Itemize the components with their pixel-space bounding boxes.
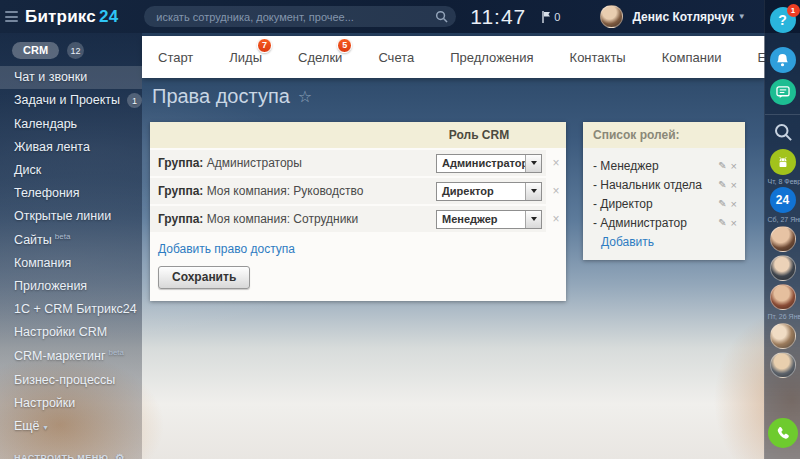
group-name: Моя компания: Сотрудники (207, 212, 359, 226)
sidebar-item-bizproc[interactable]: Бизнес-процессы (0, 369, 142, 392)
hamburger-menu-icon[interactable] (5, 11, 18, 22)
access-rights-panel: Роль CRM Группа: Администраторы Админист… (150, 122, 566, 301)
table-row: Группа: Администраторы Администратор × (150, 150, 566, 176)
edit-pencil-icon[interactable]: ✎ (718, 179, 726, 190)
avatar[interactable] (770, 255, 796, 281)
sidebar-item-openlines[interactable]: Открытые линии (0, 205, 142, 228)
global-search[interactable] (144, 6, 456, 27)
sidebar-item-1c-crm[interactable]: 1С + CRM Битрикс24 (0, 298, 142, 321)
role-select[interactable]: Администратор (436, 154, 542, 173)
sidebar-item-apps[interactable]: Приложения (0, 275, 142, 298)
nav-item-quotes[interactable]: Предложения (450, 50, 533, 65)
deals-count-badge: 5 (337, 38, 352, 53)
sidebar-item-settings[interactable]: Настройки (0, 392, 142, 415)
sidebar-item-crm-settings[interactable]: Настройки CRM (0, 321, 142, 344)
nav-item-leads[interactable]: Лиды7 (229, 50, 262, 65)
user-menu-caret-icon[interactable]: ▼ (738, 12, 746, 21)
group-label: Группа: (158, 184, 203, 198)
chat-lines-icon (776, 86, 790, 99)
delete-x-icon[interactable]: × (731, 198, 737, 210)
right-rail: ? 1 Чт, 8 Февра 24 Сб, 27 Янв (764, 0, 800, 459)
remove-row-button[interactable]: × (546, 150, 566, 176)
help-notification-badge: 1 (787, 4, 800, 17)
chevron-down-icon: ▾ (44, 423, 48, 432)
add-role-link[interactable]: Добавить (601, 235, 654, 249)
sidebar-item-telephony[interactable]: Телефония (0, 182, 142, 205)
sidebar: CRM 12 Чат и звонки Задачи и Проекты1 Ка… (0, 33, 142, 459)
sidebar-item-disk[interactable]: Диск (0, 159, 142, 182)
crm-navbar: Старт Лиды7 Сделки5 Счета Предложения Ко… (142, 36, 765, 78)
logo[interactable]: Битрикс24 (25, 7, 118, 27)
user-avatar[interactable] (600, 5, 623, 28)
flag-count: 0 (554, 11, 560, 23)
beta-label: beta (55, 232, 71, 241)
column-header-role-crm: Роль CRM (416, 128, 566, 142)
add-access-right-link[interactable]: Добавить право доступа (158, 242, 295, 256)
logo-suffix: 24 (99, 7, 118, 26)
user-name[interactable]: Денис Котлярчук (632, 10, 733, 24)
mobile-app-button[interactable] (770, 149, 796, 175)
flag-counter[interactable]: 0 (542, 11, 560, 23)
search-icon[interactable] (435, 10, 448, 23)
roles-panel-header: Список ролей: (583, 122, 745, 148)
crm-section-row: CRM 12 (0, 33, 142, 66)
select-dropdown-button[interactable] (525, 155, 541, 172)
avatar[interactable] (770, 284, 796, 310)
table-header-row: Роль CRM (150, 122, 566, 148)
crm-pill[interactable]: CRM (12, 42, 59, 59)
rail-divider (765, 114, 800, 115)
messenger-button[interactable] (770, 79, 796, 105)
avatar[interactable] (770, 352, 796, 378)
list-item: - Менеджер ✎ × (593, 156, 737, 175)
nav-item-start[interactable]: Старт (158, 50, 193, 65)
edit-pencil-icon[interactable]: ✎ (718, 198, 726, 209)
sidebar-item-more[interactable]: Ещё▾ (0, 415, 142, 438)
remove-row-button[interactable]: × (546, 178, 566, 204)
notifications-bell-button[interactable] (770, 47, 796, 73)
call-button[interactable] (768, 418, 798, 448)
table-row: Группа: Моя компания: Руководство Директ… (150, 178, 566, 204)
clock[interactable]: 11:47 (470, 5, 526, 29)
nav-item-companies[interactable]: Компании (662, 50, 722, 65)
table-row: Группа: Моя компания: Сотрудники Менедже… (150, 206, 566, 232)
sidebar-item-tasks[interactable]: Задачи и Проекты1 (0, 89, 142, 113)
calendar-date-badge[interactable]: 24 (770, 187, 796, 213)
select-dropdown-button[interactable] (525, 183, 541, 200)
phone-icon (776, 426, 791, 441)
delete-x-icon[interactable]: × (731, 179, 737, 191)
help-button[interactable]: ? 1 (770, 7, 796, 33)
save-button[interactable]: Сохранить (158, 266, 250, 289)
sidebar-item-crm-marketing[interactable]: CRM-маркетингbeta (0, 344, 142, 368)
configure-menu-button[interactable]: НАСТРОИТЬ МЕНЮ ⚙ (0, 448, 142, 459)
delete-x-icon[interactable]: × (731, 217, 737, 229)
select-dropdown-button[interactable] (525, 211, 541, 228)
nav-item-deals[interactable]: Сделки5 (298, 50, 342, 65)
logo-brand: Битрикс (25, 7, 96, 26)
edit-pencil-icon[interactable]: ✎ (718, 217, 726, 228)
topbar: Битрикс24 11:47 0 Денис Котлярчук ▼ (0, 0, 800, 33)
sidebar-item-feed[interactable]: Живая лента (0, 136, 142, 159)
sidebar-item-sites[interactable]: Сайтыbeta (0, 228, 142, 252)
avatar[interactable] (770, 323, 796, 349)
role-select[interactable]: Директор (436, 182, 542, 201)
edit-pencil-icon[interactable]: ✎ (718, 160, 726, 171)
delete-x-icon[interactable]: × (731, 160, 737, 172)
remove-row-button[interactable]: × (546, 206, 566, 232)
favorite-star-icon[interactable]: ☆ (298, 87, 312, 106)
sidebar-item-chat[interactable]: Чат и звонки (0, 66, 142, 89)
search-input[interactable] (156, 11, 435, 23)
role-select[interactable]: Менеджер (436, 210, 542, 229)
nav-item-invoices[interactable]: Счета (378, 50, 414, 65)
sidebar-item-calendar[interactable]: Календарь (0, 113, 142, 136)
list-item: - Администратор ✎ × (593, 213, 737, 232)
bell-icon (776, 53, 789, 67)
sidebar-item-company[interactable]: Компания (0, 252, 142, 275)
avatar[interactable] (770, 226, 796, 252)
group-label: Группа: (158, 156, 203, 170)
rail-search-icon[interactable] (773, 122, 793, 142)
nav-item-contacts[interactable]: Контакты (570, 50, 626, 65)
beta-label: beta (108, 348, 124, 357)
page-title: Права доступа ☆ (152, 85, 312, 108)
rail-date-label: Пт, 26 Янва (765, 313, 800, 320)
crm-count-badge[interactable]: 12 (67, 42, 84, 59)
